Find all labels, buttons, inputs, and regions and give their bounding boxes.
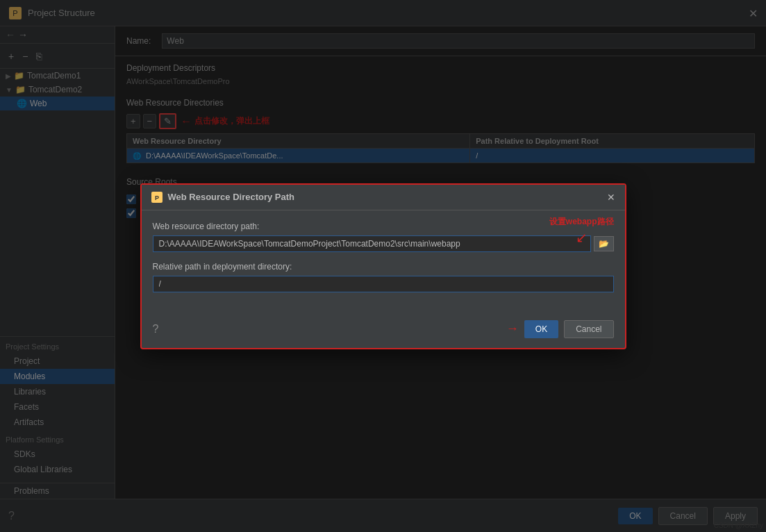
modal-path-row: 📂 bbox=[153, 235, 614, 252]
modal-annotation-arrow: ↙ bbox=[576, 229, 588, 246]
modal-relative-input[interactable] bbox=[153, 276, 614, 292]
modal-overlay: P Web Resource Directory Path ✕ 设置webapp… bbox=[0, 0, 766, 532]
modal-relative-label: Relative path in deployment directory: bbox=[153, 262, 614, 272]
modal-title: P Web Resource Directory Path bbox=[151, 192, 295, 203]
modal-annotation-group: 设置webapp路径 ↙ bbox=[549, 216, 614, 246]
svg-text:P: P bbox=[154, 194, 158, 201]
modal-cancel-button[interactable]: Cancel bbox=[564, 320, 613, 338]
modal-title-text: Web Resource Directory Path bbox=[168, 192, 295, 202]
modal-path-label: Web resource directory path: bbox=[153, 222, 614, 231]
modal-icon: P bbox=[151, 192, 163, 203]
ok-arrow-icon: → bbox=[506, 320, 519, 338]
modal-footer: ? → OK Cancel bbox=[142, 313, 625, 348]
modal-header: P Web Resource Directory Path ✕ bbox=[142, 185, 625, 210]
modal-body: 设置webapp路径 ↙ Web resource directory path… bbox=[142, 210, 625, 313]
modal-ok-button[interactable]: OK bbox=[524, 320, 558, 338]
modal-path-input[interactable] bbox=[153, 235, 591, 252]
modal-annotation-text: 设置webapp路径 bbox=[549, 216, 614, 228]
modal-close-button[interactable]: ✕ bbox=[607, 192, 615, 203]
modal-buttons: → OK Cancel bbox=[506, 320, 614, 338]
modal-dialog: P Web Resource Directory Path ✕ 设置webapp… bbox=[140, 183, 626, 349]
modal-help-button[interactable]: ? bbox=[153, 323, 159, 335]
modal-relative-row bbox=[153, 276, 614, 292]
